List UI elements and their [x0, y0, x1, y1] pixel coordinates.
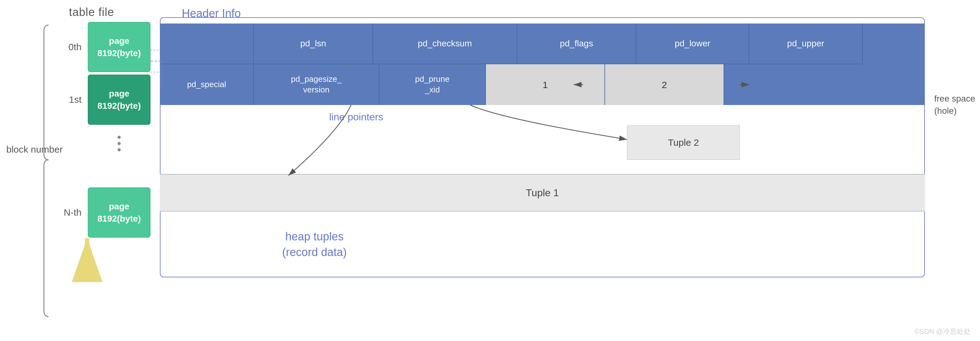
- page-block-0th-line1: page: [109, 35, 129, 47]
- header-cell-pd-lsn: pd_lsn: [254, 24, 373, 64]
- header-cell-pd-checksum: pd_checksum: [373, 24, 517, 64]
- watermark: ©SDN @冷息处处: [915, 327, 970, 336]
- header-cell-pd-upper: pd_upper: [749, 24, 862, 64]
- table-file-label: table file: [69, 6, 114, 19]
- block-number-label: block number: [6, 144, 63, 155]
- page-block-1st-line1: page: [109, 87, 129, 100]
- page-block-nth-line2: 8192(byte): [97, 213, 141, 225]
- heap-tuples-label: heap tuples(record data): [282, 229, 347, 260]
- free-space-label: free space(hole): [934, 92, 975, 117]
- header-row: pd_lsn pd_checksum pd_flags pd_lower pd_…: [160, 24, 925, 64]
- page-block-1st: page 8192(byte): [88, 75, 151, 125]
- subheader-cell-1: 1: [486, 64, 605, 105]
- page-block-nth: page 8192(byte): [88, 187, 151, 238]
- page-row-1st: 1st page 8192(byte): [56, 75, 151, 125]
- page-row-nth: N-th page 8192(byte): [56, 187, 151, 238]
- tuple1-row: Tuple 1: [160, 174, 925, 212]
- diagram-container: table file block number 0th page 8192(by…: [0, 0, 980, 341]
- subheader-cell-pd-pagesize: pd_pagesize_ version: [254, 64, 379, 105]
- dots-area: [88, 125, 151, 162]
- dot-2: [118, 142, 121, 145]
- page-block-1st-line2: 8192(byte): [97, 100, 141, 112]
- page-block-0th-line2: 8192(byte): [97, 47, 141, 59]
- page-label-0th: 0th: [56, 42, 81, 52]
- subheader-cell-pd-prune: pd_prune _xid: [379, 64, 486, 105]
- page-row-0th: 0th page 8192(byte): [56, 22, 151, 72]
- header-cell-gap: [160, 24, 254, 64]
- dot-3: [118, 148, 121, 151]
- subheader-cell-pd-special: pd_special: [160, 64, 254, 105]
- subheader-cell-2: 2: [605, 64, 724, 105]
- page-block-0th: page 8192(byte): [88, 22, 151, 72]
- page-block-nth-line1: page: [109, 200, 129, 213]
- header-info-label: Header Info: [182, 7, 241, 20]
- subheader-row: pd_special pd_pagesize_ version pd_prune…: [160, 64, 925, 105]
- arrow-up-container: [88, 162, 151, 187]
- header-cell-pd-lower: pd_lower: [636, 24, 749, 64]
- page-label-nth: N-th: [56, 207, 81, 218]
- dot-1: [118, 136, 121, 139]
- subheader-cell-empty: [724, 64, 925, 105]
- page-label-1st: 1st: [56, 94, 81, 105]
- header-cell-pd-flags: pd_flags: [517, 24, 636, 64]
- header-cell-extra: [862, 24, 925, 64]
- tuple2-box: Tuple 2: [627, 125, 740, 160]
- pages-column: 0th page 8192(byte) 1st page 8192(byte): [56, 22, 151, 238]
- line-pointers-label: line pointers: [329, 111, 383, 123]
